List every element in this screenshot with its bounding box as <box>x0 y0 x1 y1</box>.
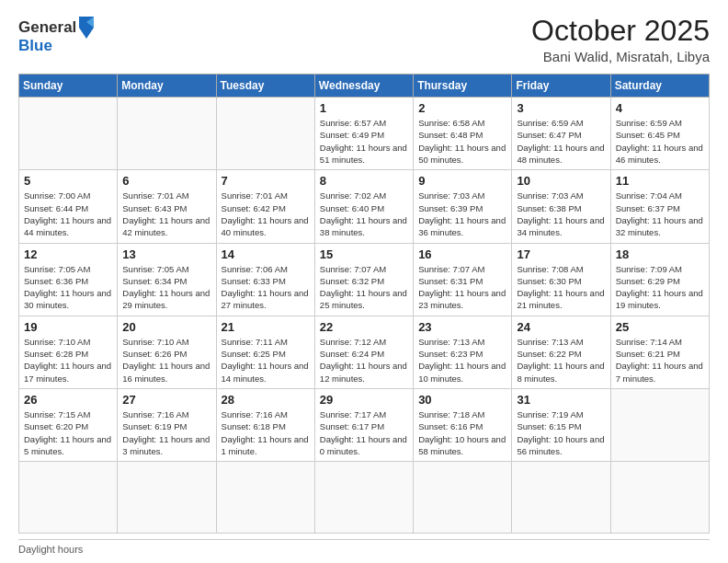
day-number: 28 <box>222 393 310 407</box>
calendar-row <box>19 462 710 534</box>
day-number: 7 <box>222 174 310 188</box>
calendar-cell: 22Sunrise: 7:12 AMSunset: 6:24 PMDayligh… <box>314 316 413 388</box>
calendar-cell: 14Sunrise: 7:06 AMSunset: 6:33 PMDayligh… <box>216 243 314 316</box>
calendar-cell <box>414 462 512 534</box>
day-info: Sunrise: 7:05 AMSunset: 6:36 PMDaylight:… <box>24 263 112 312</box>
calendar-cell: 25Sunrise: 7:14 AMSunset: 6:21 PMDayligh… <box>610 316 709 388</box>
day-number: 18 <box>616 247 704 261</box>
day-number: 10 <box>517 174 605 188</box>
calendar-cell: 23Sunrise: 7:13 AMSunset: 6:23 PMDayligh… <box>414 316 512 388</box>
calendar-cell <box>118 462 216 534</box>
day-number: 6 <box>122 174 210 188</box>
day-number: 12 <box>24 247 112 261</box>
header: General Blue October 2025 Bani Walid, Mi… <box>18 15 710 64</box>
day-number: 17 <box>517 247 605 261</box>
calendar-row: 19Sunrise: 7:10 AMSunset: 6:28 PMDayligh… <box>19 316 710 388</box>
calendar-cell: 9Sunrise: 7:03 AMSunset: 6:39 PMDaylight… <box>414 170 512 243</box>
day-number: 2 <box>418 101 506 115</box>
calendar-cell <box>216 98 314 170</box>
day-info: Sunrise: 7:18 AMSunset: 6:16 PMDaylight:… <box>418 408 506 457</box>
calendar-cell <box>610 462 709 534</box>
day-number: 14 <box>222 247 310 261</box>
title-block: October 2025 Bani Walid, Misratah, Libya <box>531 15 710 64</box>
page: General Blue October 2025 Bani Walid, Mi… <box>0 0 728 563</box>
calendar-row: 5Sunrise: 7:00 AMSunset: 6:44 PMDaylight… <box>19 170 710 243</box>
day-info: Sunrise: 7:03 AMSunset: 6:38 PMDaylight:… <box>517 190 605 238</box>
day-info: Sunrise: 7:05 AMSunset: 6:34 PMDaylight:… <box>122 263 210 312</box>
day-info: Sunrise: 7:13 AMSunset: 6:23 PMDaylight:… <box>418 336 506 385</box>
day-number: 26 <box>24 393 112 407</box>
day-number: 8 <box>320 174 408 188</box>
weekday-header-cell: Friday <box>512 75 610 98</box>
calendar-cell <box>216 462 314 534</box>
day-info: Sunrise: 6:59 AMSunset: 6:45 PMDaylight:… <box>616 117 704 166</box>
day-info: Sunrise: 7:02 AMSunset: 6:40 PMDaylight:… <box>320 190 408 238</box>
day-info: Sunrise: 7:16 AMSunset: 6:18 PMDaylight:… <box>222 408 310 457</box>
day-info: Sunrise: 7:12 AMSunset: 6:24 PMDaylight:… <box>320 336 408 385</box>
calendar-cell: 31Sunrise: 7:19 AMSunset: 6:15 PMDayligh… <box>512 388 610 461</box>
calendar-cell: 3Sunrise: 6:59 AMSunset: 6:47 PMDaylight… <box>512 98 610 170</box>
logo: General Blue <box>18 15 96 55</box>
day-info: Sunrise: 7:08 AMSunset: 6:30 PMDaylight:… <box>517 263 605 312</box>
calendar-cell: 18Sunrise: 7:09 AMSunset: 6:29 PMDayligh… <box>610 243 709 316</box>
day-number: 29 <box>320 393 408 407</box>
day-number: 1 <box>320 101 408 115</box>
calendar-cell: 7Sunrise: 7:01 AMSunset: 6:42 PMDaylight… <box>216 170 314 243</box>
calendar-cell: 17Sunrise: 7:08 AMSunset: 6:30 PMDayligh… <box>512 243 610 316</box>
calendar-cell: 2Sunrise: 6:58 AMSunset: 6:48 PMDaylight… <box>414 98 512 170</box>
day-number: 3 <box>517 101 605 115</box>
calendar-cell: 24Sunrise: 7:13 AMSunset: 6:22 PMDayligh… <box>512 316 610 388</box>
calendar-cell: 8Sunrise: 7:02 AMSunset: 6:40 PMDaylight… <box>314 170 413 243</box>
logo-icon <box>77 15 96 40</box>
day-info: Sunrise: 7:13 AMSunset: 6:22 PMDaylight:… <box>517 336 605 385</box>
day-number: 9 <box>418 174 506 188</box>
day-info: Sunrise: 7:07 AMSunset: 6:32 PMDaylight:… <box>320 263 408 312</box>
day-info: Sunrise: 7:14 AMSunset: 6:21 PMDaylight:… <box>616 336 704 385</box>
calendar-cell: 20Sunrise: 7:10 AMSunset: 6:26 PMDayligh… <box>118 316 216 388</box>
calendar-cell: 28Sunrise: 7:16 AMSunset: 6:18 PMDayligh… <box>216 388 314 461</box>
calendar-table: SundayMondayTuesdayWednesdayThursdayFrid… <box>18 74 710 534</box>
day-number: 13 <box>122 247 210 261</box>
calendar-cell: 6Sunrise: 7:01 AMSunset: 6:43 PMDaylight… <box>118 170 216 243</box>
weekday-header-cell: Wednesday <box>314 75 413 98</box>
day-info: Sunrise: 7:00 AMSunset: 6:44 PMDaylight:… <box>24 190 112 238</box>
day-info: Sunrise: 6:57 AMSunset: 6:49 PMDaylight:… <box>320 117 408 166</box>
calendar-cell <box>512 462 610 534</box>
day-info: Sunrise: 7:01 AMSunset: 6:43 PMDaylight:… <box>122 190 210 238</box>
calendar-cell: 16Sunrise: 7:07 AMSunset: 6:31 PMDayligh… <box>414 243 512 316</box>
calendar-cell: 30Sunrise: 7:18 AMSunset: 6:16 PMDayligh… <box>414 388 512 461</box>
day-info: Sunrise: 6:58 AMSunset: 6:48 PMDaylight:… <box>418 117 506 166</box>
day-number: 19 <box>24 320 112 334</box>
calendar-cell: 15Sunrise: 7:07 AMSunset: 6:32 PMDayligh… <box>314 243 413 316</box>
day-number: 25 <box>616 320 704 334</box>
calendar-cell: 11Sunrise: 7:04 AMSunset: 6:37 PMDayligh… <box>610 170 709 243</box>
weekday-header-cell: Monday <box>118 75 216 98</box>
day-number: 15 <box>320 247 408 261</box>
calendar-cell: 4Sunrise: 6:59 AMSunset: 6:45 PMDaylight… <box>610 98 709 170</box>
calendar-cell: 10Sunrise: 7:03 AMSunset: 6:38 PMDayligh… <box>512 170 610 243</box>
calendar-body: 1Sunrise: 6:57 AMSunset: 6:49 PMDaylight… <box>19 98 710 534</box>
weekday-header-cell: Sunday <box>19 75 118 98</box>
calendar-cell: 1Sunrise: 6:57 AMSunset: 6:49 PMDaylight… <box>314 98 413 170</box>
day-info: Sunrise: 7:17 AMSunset: 6:17 PMDaylight:… <box>320 408 408 457</box>
day-info: Sunrise: 7:09 AMSunset: 6:29 PMDaylight:… <box>616 263 704 312</box>
footer-text: Daylight hours <box>18 544 83 555</box>
calendar-row: 12Sunrise: 7:05 AMSunset: 6:36 PMDayligh… <box>19 243 710 316</box>
day-info: Sunrise: 7:03 AMSunset: 6:39 PMDaylight:… <box>418 190 506 238</box>
day-number: 5 <box>24 174 112 188</box>
calendar-cell: 19Sunrise: 7:10 AMSunset: 6:28 PMDayligh… <box>19 316 118 388</box>
day-info: Sunrise: 6:59 AMSunset: 6:47 PMDaylight:… <box>517 117 605 166</box>
day-number: 31 <box>517 393 605 407</box>
calendar-row: 26Sunrise: 7:15 AMSunset: 6:20 PMDayligh… <box>19 388 710 461</box>
day-info: Sunrise: 7:04 AMSunset: 6:37 PMDaylight:… <box>616 190 704 238</box>
day-number: 24 <box>517 320 605 334</box>
day-info: Sunrise: 7:06 AMSunset: 6:33 PMDaylight:… <box>222 263 310 312</box>
day-info: Sunrise: 7:01 AMSunset: 6:42 PMDaylight:… <box>222 190 310 238</box>
calendar-cell: 26Sunrise: 7:15 AMSunset: 6:20 PMDayligh… <box>19 388 118 461</box>
day-info: Sunrise: 7:10 AMSunset: 6:26 PMDaylight:… <box>122 336 210 385</box>
month-title: October 2025 <box>531 15 710 47</box>
weekday-header-cell: Thursday <box>414 75 512 98</box>
calendar-cell <box>19 462 118 534</box>
day-info: Sunrise: 7:10 AMSunset: 6:28 PMDaylight:… <box>24 336 112 385</box>
location-title: Bani Walid, Misratah, Libya <box>531 49 710 64</box>
